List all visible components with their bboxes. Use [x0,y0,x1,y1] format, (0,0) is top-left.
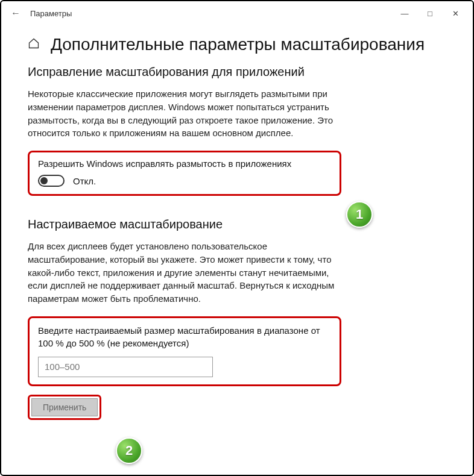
section1-heading: Исправление масштабирования для приложен… [28,65,446,79]
section2-desc: Для всех дисплеев будет установлено поль… [28,240,341,305]
highlight-box-2: Введите настраиваемый размер масштабиров… [28,316,341,386]
titlebar: ← Параметры — □ ✕ [1,1,473,25]
minimize-button[interactable]: — [392,4,417,22]
apply-button[interactable]: Применить [31,398,98,416]
annotation-badge-2: 2 [116,437,142,464]
toggle-label: Разрешить Windows исправлять размытость … [38,158,331,169]
toggle-row: Откл. [38,175,331,187]
scale-field-label: Введите настраиваемый размер масштабиров… [38,324,331,349]
content: Дополнительные параметры масштабирования… [1,25,473,434]
window-title: Параметры [30,9,72,18]
highlight-box-1: Разрешить Windows исправлять размытость … [28,151,341,196]
close-button[interactable]: ✕ [443,4,468,22]
page-title: Дополнительные параметры масштабирования [51,35,425,54]
fix-blur-toggle[interactable] [38,175,65,187]
custom-scale-input[interactable] [38,357,213,377]
page-header: Дополнительные параметры масштабирования [28,35,446,54]
home-icon[interactable] [28,37,40,52]
toggle-state: Откл. [73,176,96,186]
window-controls: — □ ✕ [392,1,468,25]
section1-desc: Некоторые классические приложения могут … [28,87,341,140]
back-button[interactable]: ← [6,8,25,19]
highlight-box-3: Применить [28,395,101,420]
maximize-button[interactable]: □ [417,4,443,22]
section2: Настраиваемое масштабирование Для всех д… [28,218,446,420]
annotation-badge-1: 1 [346,201,373,228]
section2-heading: Настраиваемое масштабирование [28,218,446,231]
apply-row: Применить [28,395,341,420]
